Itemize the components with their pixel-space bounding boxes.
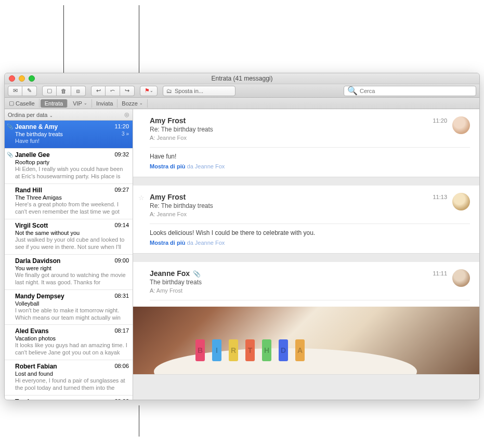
filter-icon[interactable]: ◎ [124,111,129,118]
vip-star-icon[interactable]: ☆ [138,194,145,202]
conversation-message: Amy FrostRe: The birthday treatsA: Jeann… [133,109,479,177]
message-from: Virgil Scott [15,222,48,229]
move-to-button[interactable]: 🗂 Sposta in... [163,86,236,96]
message-list-item[interactable]: Mandy Dempsey08:31VolleyballI won't be a… [5,290,133,325]
message-list-item[interactable]: Aled Evans08:17Vacation photosIt looks l… [5,325,133,360]
message-subject: Rooftop party [15,159,49,165]
sort-header[interactable]: Ordina per data ⌄ ◎ [5,109,133,121]
junk-icon: ⦻ [75,88,81,94]
envelope-icon: ✉︎ [13,87,18,94]
message-time: 09:27 [114,187,129,194]
reply-all-button[interactable]: ⤺ [106,86,120,96]
message-body: Looks delicious! Wish I could be there t… [150,229,470,236]
search-input[interactable] [360,88,473,94]
message-list-item[interactable]: ★Tan Le08:00 [5,396,133,400]
message-list-item[interactable]: 📎Janelle Gee09:32Rooftop partyHi Eden, I… [5,149,133,184]
window-controls [5,75,35,82]
message-time: 09:00 [114,257,129,265]
toolbar: ✉︎ ✎ ▢ 🗑 ⦻ ↩ ⤺ ↪ ⚑ ⌄ 🗂 Sposta in... 🔍 [5,84,479,98]
chevron-down-icon: ⌄ [84,101,87,106]
compose-icon: ✎ [27,87,32,94]
message-time: 08:06 [114,363,129,370]
message-preview: We finally got around to watching the mo… [15,272,129,286]
message-preview: Just walked by your old cube and looked … [15,236,129,251]
attachment-icon: 📎 [7,124,13,129]
message-list-item[interactable]: 📎Jeanne & Amy11:20The birthday treats3 »… [5,121,133,149]
archive-icon: ▢ [47,87,52,94]
avatar [452,193,470,210]
minimize-window-button[interactable] [19,75,25,82]
zoom-window-button[interactable] [29,75,35,82]
message-from: Jeanne & Amy [15,123,58,130]
reply-all-icon: ⤺ [110,87,115,94]
favorite-inbox[interactable]: Entrata [41,99,68,108]
message-subject: Lost and found [15,371,53,377]
folder-icon: 🗂 [166,88,172,94]
message-time: 11:20 [114,123,129,130]
message-from: Robert Fabian [15,363,57,370]
message-preview: I won't be able to make it tomorrow nigh… [15,307,129,322]
message-from: Aled Evans [15,327,49,335]
forward-button[interactable]: ↪ [120,86,135,96]
message-time: 11:11 [433,270,447,276]
star-icon: ★ [7,399,11,400]
mail-window: Entrata (41 messaggi) ✉︎ ✎ ▢ 🗑 ⦻ ↩ ⤺ ↪ ⚑… [4,73,480,400]
message-time: 09:14 [114,222,129,229]
archive-button[interactable]: ▢ [42,86,57,96]
sender-name: Jeanne Fox📎 [150,269,433,278]
window-title: Entrata (41 messaggi) [5,75,479,82]
to-field: A: Jeanne Fox [150,211,433,217]
favorite-drafts[interactable]: Bozze ⌄ [117,99,148,108]
trash-icon: 🗑 [61,88,67,94]
conversation-message: Jeanne Fox📎The birthday treatsA: Amy Fro… [133,262,479,375]
message-preview: It looks like you guys had an amazing ti… [15,342,129,357]
message-subject: Volleyball [15,300,39,307]
compose-button[interactable]: ✎ [22,86,37,96]
message-list-item[interactable]: Darla Davidson09:00You were rightWe fina… [5,255,133,290]
message-from: Mandy Dempsey [15,293,64,300]
favorite-vip[interactable]: VIP ⌄ [69,99,92,108]
forward-icon: ↪ [125,87,129,94]
chevron-down-icon: ⌄ [139,101,143,106]
message-time: 08:00 [114,398,129,400]
reply-button[interactable]: ↩ [91,86,106,96]
message-subject: Re: The birthday treats [150,126,433,133]
message-subject: Vacation photos [15,335,56,341]
message-list-item[interactable]: Robert Fabian08:06Lost and foundHi every… [5,360,133,396]
message-subject: The birthday treats [150,279,433,286]
message-list-item[interactable]: Virgil Scott09:14Not the same without yo… [5,219,133,255]
message-time: 08:17 [114,327,129,335]
reply-icon: ↩ [96,87,101,94]
message-list-item[interactable]: Rand Hill09:27The Three AmigasHere's a g… [5,184,133,219]
message-subject: You were right [15,265,51,271]
message-from: Tan Le [15,398,35,400]
search-field[interactable]: 🔍 [344,86,476,96]
get-mail-button[interactable]: ✉︎ [8,86,22,96]
attachment-icon: 📎 [193,270,201,278]
attachment-image: BIRTHDA [133,307,479,374]
message-body: Have fun! [150,153,470,160]
sender-name: Amy Frost [150,116,433,125]
junk-button[interactable]: ⦻ [71,86,86,96]
message-list-pane: Ordina per data ⌄ ◎ 📎Jeanne & Amy11:20Th… [5,109,133,400]
flag-icon: ⚑ [145,87,150,94]
message-preview: Here's a great photo from the weekend. I… [15,201,129,216]
message-from: Janelle Gee [15,151,50,159]
show-more-link[interactable]: Mostra di più da Jeanne Fox [150,163,470,169]
favorite-sent[interactable]: Inviata [92,99,117,108]
delete-button[interactable]: 🗑 [57,86,71,96]
message-subject: Re: The birthday treats [150,202,433,209]
message-preview: Hi everyone, I found a pair of sunglasse… [15,377,129,392]
message-time: 11:20 [433,117,447,124]
titlebar: Entrata (41 messaggi) [5,73,479,84]
message-from: Rand Hill [15,187,42,194]
message-time: 08:31 [114,293,129,300]
flag-button[interactable]: ⚑ ⌄ [140,86,158,96]
close-window-button[interactable] [9,75,15,82]
message-subject: The Three Amigas [15,194,62,201]
avatar [452,116,470,134]
mailboxes-toggle[interactable]: ▢Caselle [5,99,40,108]
message-preview: Have fun! [15,138,129,145]
show-more-link[interactable]: Mostra di più da Jeanne Fox [150,240,470,246]
message-subject: Not the same without you [15,230,80,236]
